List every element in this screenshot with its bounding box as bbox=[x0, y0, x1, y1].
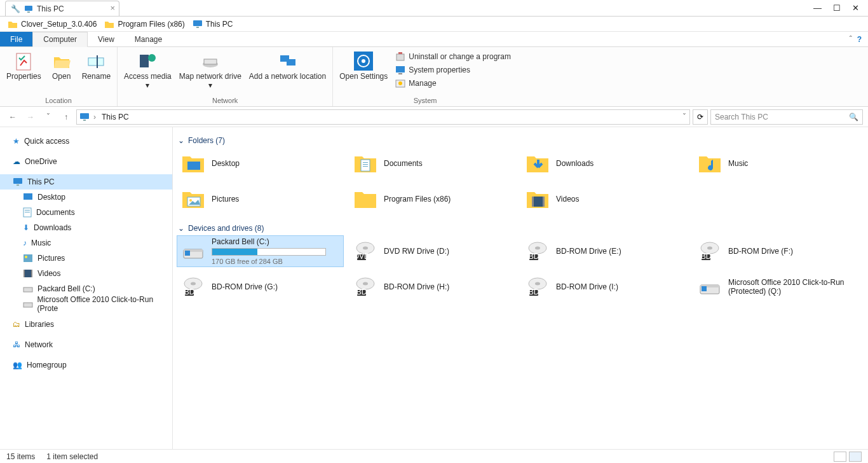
add-network-location-button[interactable]: Add a network location bbox=[247, 48, 329, 95]
view-large-icons-button[interactable] bbox=[849, 452, 862, 462]
rename-icon bbox=[86, 51, 106, 71]
system-properties-button[interactable]: System properties bbox=[393, 64, 513, 76]
drive-item[interactable]: BDBD-ROM Drive (E:) bbox=[521, 235, 688, 267]
svg-rect-17 bbox=[398, 52, 402, 54]
monitor-icon bbox=[193, 20, 203, 29]
folder-item[interactable]: Documents bbox=[349, 148, 516, 179]
view-details-button[interactable] bbox=[834, 452, 846, 462]
svg-rect-18 bbox=[396, 66, 405, 73]
tree-this-pc[interactable]: This PC bbox=[0, 174, 172, 190]
section-title: Folders (7) bbox=[188, 136, 225, 145]
maximize-button[interactable]: ☐ bbox=[833, 3, 841, 13]
up-button[interactable]: ↑ bbox=[58, 109, 74, 125]
breadcrumb-segment[interactable]: This PC bbox=[100, 113, 131, 121]
close-button[interactable]: ✕ bbox=[852, 3, 859, 13]
folder-item[interactable]: Desktop bbox=[177, 148, 344, 179]
item-label: Downloads bbox=[556, 159, 593, 168]
drive-item[interactable]: BDBD-ROM Drive (G:) bbox=[177, 271, 344, 303]
tab-title: This PC bbox=[37, 4, 64, 13]
drive-item[interactable]: Microsoft Office 2010 Click-to-Run (Prot… bbox=[693, 271, 860, 303]
tree-downloads[interactable]: ⬇Downloads bbox=[0, 220, 172, 235]
svg-rect-6 bbox=[97, 55, 98, 68]
browser-tab-this-pc[interactable]: 🔧 This PC × bbox=[5, 1, 119, 16]
svg-rect-39 bbox=[363, 162, 368, 163]
tree-pictures[interactable]: Pictures bbox=[0, 251, 172, 266]
tree-libraries[interactable]: 🗂Libraries bbox=[0, 317, 172, 332]
search-icon: 🔍 bbox=[849, 113, 858, 121]
folder-icon bbox=[526, 151, 550, 176]
folder-item[interactable]: Videos bbox=[521, 183, 688, 215]
media-icon bbox=[137, 51, 158, 71]
item-label: Documents bbox=[384, 159, 423, 168]
status-bar: 15 items 1 item selected bbox=[0, 449, 868, 463]
tree-packard-bell[interactable]: Packard Bell (C:) bbox=[0, 281, 172, 296]
item-label: Desktop bbox=[212, 159, 240, 168]
address-bar[interactable]: › This PC ˇ bbox=[76, 109, 690, 125]
tree-videos[interactable]: Videos bbox=[0, 266, 172, 281]
item-label: BD-ROM Drive (F:) bbox=[728, 247, 793, 256]
folder-item[interactable]: Music bbox=[693, 148, 860, 179]
section-folders-header[interactable]: ⌄ Folders (7) bbox=[177, 134, 860, 148]
search-input[interactable] bbox=[715, 113, 849, 121]
search-box[interactable]: 🔍 bbox=[710, 109, 863, 125]
minimize-button[interactable]: — bbox=[813, 3, 822, 13]
section-drives-header[interactable]: ⌄ Devices and drives (8) bbox=[177, 221, 860, 235]
tree-network[interactable]: 🖧Network bbox=[0, 337, 172, 352]
star-icon: ★ bbox=[13, 137, 20, 146]
map-network-drive-button[interactable]: Map network drive ▾ bbox=[177, 48, 244, 95]
recent-locations-button[interactable]: ˇ bbox=[41, 109, 56, 125]
folders-grid: DesktopDocumentsDownloadsMusicPicturesPr… bbox=[177, 148, 860, 215]
collapse-ribbon-icon[interactable]: ˆ bbox=[850, 35, 852, 44]
folder-item[interactable]: Downloads bbox=[521, 148, 688, 179]
rename-button[interactable]: Rename bbox=[79, 48, 113, 95]
drive-icon: DVD bbox=[353, 239, 377, 263]
monitor-icon bbox=[13, 177, 23, 186]
ribbon-tab-manage[interactable]: Manage bbox=[125, 32, 172, 46]
tree-desktop[interactable]: Desktop bbox=[0, 190, 172, 205]
svg-rect-32 bbox=[24, 270, 32, 277]
bookmark-this-pc[interactable]: This PC bbox=[193, 20, 233, 29]
tree-quick-access[interactable]: ★Quick access bbox=[0, 134, 172, 149]
navigation-tree: ★Quick access ☁OneDrive This PC Desktop … bbox=[0, 127, 173, 449]
tree-homegroup[interactable]: 👥Homegroup bbox=[0, 357, 172, 373]
drive-icon bbox=[181, 239, 205, 263]
drive-item[interactable]: Packard Bell (C:)170 GB free of 284 GB bbox=[177, 235, 344, 267]
item-label: BD-ROM Drive (I:) bbox=[556, 282, 618, 291]
tree-office-drive[interactable]: Microsoft Office 2010 Click-to-Run (Prot… bbox=[0, 296, 172, 312]
properties-button[interactable]: Properties bbox=[4, 48, 44, 95]
access-media-button[interactable]: Access media ▾ bbox=[121, 48, 174, 95]
manage-button[interactable]: Manage bbox=[393, 78, 513, 89]
tree-documents[interactable]: Documents bbox=[0, 205, 172, 220]
drive-item[interactable]: BDBD-ROM Drive (I:) bbox=[521, 271, 688, 303]
drive-icon bbox=[23, 300, 33, 308]
svg-rect-3 bbox=[196, 27, 199, 28]
bookmark-clover-setup[interactable]: Clover_Setup_3.0.406 bbox=[8, 20, 97, 29]
back-button[interactable]: ← bbox=[5, 109, 20, 125]
ribbon-tab-computer[interactable]: Computer bbox=[32, 32, 88, 47]
monitor-icon bbox=[79, 113, 90, 121]
tree-onedrive[interactable]: ☁OneDrive bbox=[0, 154, 172, 169]
folder-item[interactable]: Pictures bbox=[177, 183, 344, 215]
open-settings-button[interactable]: Open Settings bbox=[337, 48, 390, 95]
drive-item[interactable]: DVDDVD RW Drive (D:) bbox=[349, 235, 516, 267]
bookmark-label: Clover_Setup_3.0.406 bbox=[21, 20, 97, 29]
help-icon[interactable]: ? bbox=[857, 35, 862, 44]
folder-item[interactable]: Program Files (x86) bbox=[349, 183, 516, 215]
ribbon-tab-view[interactable]: View bbox=[88, 32, 125, 46]
svg-rect-45 bbox=[532, 197, 534, 207]
ribbon-tab-file[interactable]: File bbox=[0, 32, 32, 46]
titlebar-controls: — ☐ ✕ bbox=[813, 0, 868, 16]
svg-rect-30 bbox=[24, 254, 32, 262]
bookmark-program-files[interactable]: Program Files (x86) bbox=[104, 20, 184, 29]
forward-button[interactable]: → bbox=[23, 109, 38, 125]
svg-rect-34 bbox=[31, 270, 32, 277]
download-icon: ⬇ bbox=[23, 223, 29, 232]
tree-music[interactable]: ♪Music bbox=[0, 235, 172, 251]
uninstall-program-button[interactable]: Uninstall or change a program bbox=[393, 51, 513, 62]
refresh-button[interactable]: ⟳ bbox=[693, 109, 708, 125]
address-dropdown-icon[interactable]: ˇ bbox=[683, 113, 686, 121]
drive-item[interactable]: BDBD-ROM Drive (F:) bbox=[693, 235, 860, 267]
open-button[interactable]: Open bbox=[46, 48, 77, 95]
close-tab-icon[interactable]: × bbox=[110, 4, 115, 12]
drive-item[interactable]: BDBD-ROM Drive (H:) bbox=[349, 271, 516, 303]
